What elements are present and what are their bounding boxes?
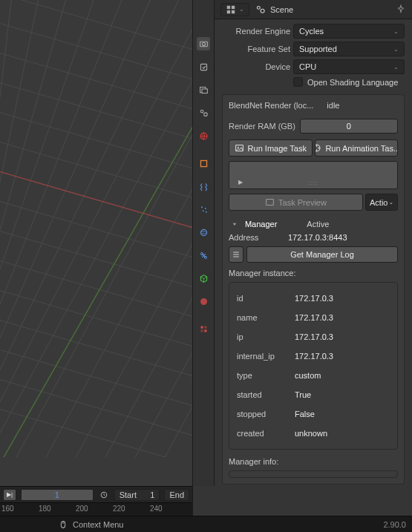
version-label: 2.90.0 — [383, 520, 406, 529]
tab-texture[interactable] — [197, 322, 210, 335]
manager-instance-label: Manager instance: — [229, 269, 398, 278]
status-bar: Context Menu 2.90.0 — [0, 516, 412, 532]
expand-icon: ▶ — [238, 179, 243, 185]
featureset-label: Feature Set — [222, 45, 290, 53]
blendnet-panel: BlendNet Render (loc... idle Render RAM … — [222, 94, 405, 485]
tab-data[interactable] — [197, 272, 210, 285]
current-frame-input[interactable]: 1 — [21, 489, 94, 501]
svg-rect-52 — [232, 5, 235, 8]
svg-line-18 — [0, 74, 192, 156]
task-preview-button[interactable]: Task Preview — [229, 194, 363, 211]
keying-icon[interactable] — [98, 490, 110, 499]
viewport-3d[interactable] — [0, 0, 192, 486]
manager-info-table — [229, 470, 398, 478]
osl-checkbox[interactable] — [293, 77, 303, 87]
log-icon-button[interactable] — [229, 246, 243, 263]
scene-icon — [255, 4, 266, 15]
run-animation-button[interactable]: Run Animation Tas... — [315, 139, 399, 157]
manager-instance-table: id172.17.0.3 name172.17.0.3 ip172.17.0.3… — [229, 282, 398, 450]
start-frame-input[interactable]: Start 1 — [114, 489, 160, 501]
tab-viewlayer[interactable] — [197, 83, 210, 96]
properties-icon — [226, 4, 236, 15]
end-frame-input[interactable]: End — [164, 489, 189, 501]
tab-material[interactable] — [197, 295, 210, 308]
svg-point-58 — [237, 147, 238, 148]
scene-name: Scene — [270, 5, 293, 14]
svg-rect-31 — [200, 64, 206, 70]
svg-line-14 — [163, 0, 192, 457]
svg-line-0 — [0, 0, 192, 457]
svg-rect-33 — [202, 88, 207, 93]
image-icon — [235, 143, 244, 153]
svg-line-13 — [134, 0, 192, 457]
tab-modifiers[interactable] — [197, 180, 210, 193]
svg-point-43 — [200, 231, 206, 233]
svg-point-30 — [202, 42, 205, 45]
blendnet-title: BlendNet Render (loc... — [229, 101, 313, 110]
manager-active: Active — [307, 220, 329, 229]
svg-line-16 — [0, 15, 192, 96]
svg-rect-48 — [204, 326, 206, 328]
ram-label: Render RAM (GB) — [229, 122, 295, 131]
actions-dropdown[interactable]: Actio⌄ — [365, 194, 398, 211]
svg-line-21 — [0, 193, 192, 275]
svg-line-8 — [0, 0, 15, 223]
properties-tabs — [192, 0, 215, 486]
svg-line-22 — [0, 223, 192, 304]
featureset-dropdown[interactable]: Supported⌄ — [293, 42, 405, 56]
svg-point-35 — [203, 112, 207, 116]
table-row: createdunknown — [237, 424, 390, 443]
task-list[interactable]: ▶ :::: — [229, 161, 398, 189]
tab-world[interactable] — [197, 129, 210, 142]
manager-section-label: Manager — [245, 220, 277, 229]
run-image-button[interactable]: Run Image Task — [229, 139, 313, 157]
jump-end-button[interactable]: ▶| — [3, 489, 16, 501]
timeline-ruler[interactable]: 160 180 200 220 240 — [0, 502, 192, 516]
svg-line-28 — [0, 401, 192, 457]
svg-rect-50 — [204, 329, 206, 332]
svg-point-41 — [205, 211, 206, 212]
render-engine-dropdown[interactable]: Cycles⌄ — [293, 24, 405, 39]
svg-point-60 — [316, 145, 318, 147]
table-row: typecustom — [237, 366, 390, 385]
tab-physics[interactable] — [197, 226, 210, 239]
svg-line-2 — [0, 0, 192, 401]
svg-line-25 — [0, 312, 192, 393]
collapse-icon[interactable]: ▼ — [232, 222, 238, 226]
context-menu-label: Context Menu — [73, 520, 123, 529]
svg-line-19 — [0, 104, 192, 185]
tab-render[interactable] — [197, 37, 210, 50]
device-label: Device — [222, 62, 290, 71]
pin-toggle[interactable] — [396, 4, 406, 16]
manager-info-label: Manager info: — [229, 457, 398, 466]
preview-icon — [265, 197, 275, 207]
svg-point-62 — [316, 149, 318, 151]
svg-rect-54 — [232, 10, 235, 13]
table-row: stoppedFalse — [237, 404, 390, 424]
render-engine-label: Render Engine — [222, 27, 290, 36]
properties-panel: ⌄ Scene Render Engine Cycles⌄ — [215, 0, 412, 486]
svg-rect-37 — [200, 160, 206, 166]
tab-output[interactable] — [197, 60, 210, 73]
get-manager-log-button[interactable]: Get Manager Log — [246, 246, 398, 263]
tab-object[interactable] — [197, 157, 210, 170]
svg-rect-64 — [267, 199, 274, 205]
svg-point-46 — [200, 298, 207, 305]
editor-type-dropdown[interactable]: ⌄ — [220, 3, 249, 16]
tab-scene[interactable] — [197, 106, 210, 119]
tab-constraints[interactable] — [197, 249, 210, 262]
svg-line-12 — [104, 0, 192, 457]
svg-line-27 — [0, 371, 192, 453]
table-row: internal_ip172.17.0.3 — [237, 347, 390, 366]
device-dropdown[interactable]: CPU⌄ — [293, 59, 405, 74]
svg-line-15 — [0, 0, 192, 67]
grid-floor — [0, 0, 192, 457]
table-row: id172.17.0.3 — [237, 289, 390, 308]
ram-input[interactable]: 0 — [300, 119, 398, 134]
table-row: name172.17.0.3 — [237, 308, 390, 327]
svg-point-40 — [202, 210, 203, 211]
tab-particles[interactable] — [197, 203, 210, 216]
svg-point-61 — [318, 148, 320, 149]
film-icon — [315, 143, 322, 153]
svg-rect-47 — [200, 326, 203, 328]
